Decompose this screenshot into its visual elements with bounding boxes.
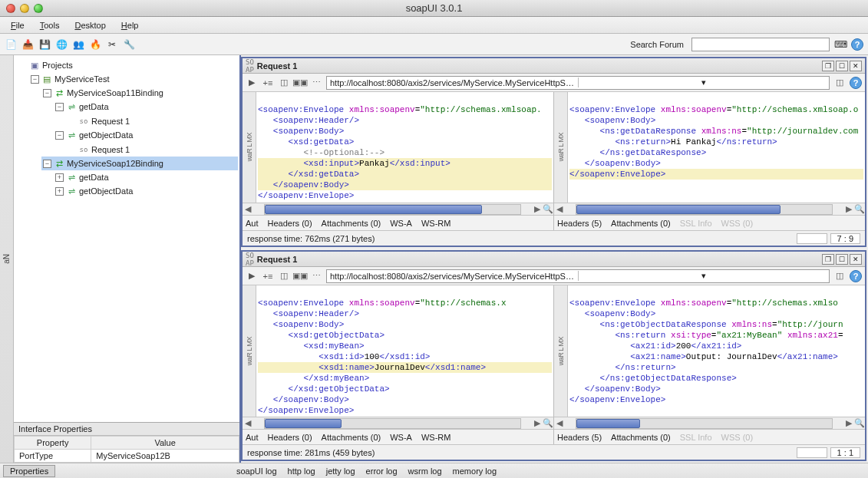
new-project-icon[interactable]: 📄 <box>5 38 17 51</box>
response-rail[interactable]: waR L MX <box>554 285 568 417</box>
zoom-icon[interactable]: 🔍 <box>854 204 865 214</box>
status-box <box>797 233 827 244</box>
menu-help[interactable]: Help <box>115 19 145 31</box>
help-icon[interactable]: ? <box>850 270 862 282</box>
tab-aut[interactable]: Aut <box>246 219 259 228</box>
restore-window-icon[interactable]: ❐ <box>822 254 834 265</box>
help-icon[interactable]: ? <box>850 77 862 89</box>
proxy-icon[interactable]: 🔧 <box>123 38 135 51</box>
expander-icon[interactable]: + <box>55 173 64 182</box>
tree-binding-1[interactable]: MyServiceSoap11Binding <box>67 86 163 100</box>
hscrollbar[interactable]: ◀▶🔍 <box>243 417 553 429</box>
endpoint-selector[interactable]: http://localhost:8080/axis2/services/MyS… <box>326 76 830 90</box>
tab-wsrm[interactable]: WS-RM <box>421 219 451 228</box>
tab-headers[interactable]: Headers (0) <box>268 433 312 442</box>
toggle-layout-icon[interactable]: ◫ <box>833 270 846 282</box>
hscrollbar[interactable]: ◀▶🔍 <box>243 203 553 215</box>
clone-request-icon[interactable]: ▣▣ <box>294 77 306 89</box>
search-options-icon[interactable]: ⌨ <box>834 38 847 51</box>
expander-icon[interactable]: + <box>55 187 64 196</box>
expander-icon[interactable]: − <box>43 89 51 97</box>
project-tree[interactable]: Projects −MyServiceTest −MyServiceSoap11… <box>15 58 238 198</box>
log-tab-http[interactable]: http log <box>288 466 315 476</box>
tab-headers[interactable]: Headers (5) <box>557 433 602 442</box>
support-icon[interactable]: 👥 <box>72 38 84 51</box>
clone-request-icon[interactable]: ▣▣ <box>294 270 306 282</box>
run-request-icon[interactable]: ▶ <box>246 77 258 89</box>
request-rail[interactable]: waR L MX <box>243 285 256 417</box>
tab-wsa[interactable]: WS-A <box>390 219 412 228</box>
log-tab-memory[interactable]: memory log <box>453 466 497 476</box>
options-icon[interactable]: ⋯ <box>310 270 322 282</box>
tab-wsa[interactable]: WS-A <box>390 433 412 442</box>
close-window-icon[interactable]: ✕ <box>850 61 862 71</box>
request-xml-editor[interactable]: <soapenv:Envelope xmlns:soapenv="http://… <box>256 92 553 203</box>
zoom-icon[interactable]: 🔍 <box>543 204 553 214</box>
search-forum-input[interactable] <box>691 38 830 51</box>
log-tab-jetty[interactable]: jetty log <box>326 466 355 476</box>
options-icon[interactable]: ⋯ <box>310 77 322 89</box>
request-xml-editor[interactable]: <soapenv:Envelope xmlns:soapenv="http://… <box>256 285 553 417</box>
menu-file[interactable]: File <box>5 19 31 31</box>
chevron-down-icon[interactable]: ▾ <box>578 77 830 87</box>
tree-binding-2[interactable]: MyServiceSoap12Binding <box>67 157 163 170</box>
toggle-layout-icon[interactable]: ◫ <box>833 77 846 89</box>
log-tab-error[interactable]: error log <box>366 466 398 476</box>
navigator-rail[interactable]: aN <box>0 55 14 463</box>
expander-icon[interactable]: − <box>55 103 64 111</box>
tree-op[interactable]: getData <box>79 170 109 184</box>
hscrollbar[interactable]: ◀▶🔍 <box>554 203 865 215</box>
loadui-icon[interactable]: 🔥 <box>89 38 101 51</box>
prop-header-property: Property <box>15 437 91 450</box>
tree-project[interactable]: MyServiceTest <box>54 72 110 86</box>
zoom-icon[interactable]: 🔍 <box>854 418 865 428</box>
tree-op[interactable]: getData <box>79 100 109 114</box>
request-rail[interactable]: waR L MX <box>243 92 256 203</box>
tree-request[interactable]: Request 1 <box>91 143 130 157</box>
operation-icon <box>66 128 77 142</box>
close-window-icon[interactable]: ✕ <box>850 254 862 265</box>
expander-icon[interactable]: − <box>31 75 39 84</box>
add-to-mock-icon[interactable]: ◫ <box>278 270 290 282</box>
response-xml-viewer[interactable]: <soapenv:Envelope xmlns:soapenv="http://… <box>568 285 865 417</box>
expander-icon[interactable]: − <box>43 160 51 168</box>
log-tab-soapui[interactable]: soapUI log <box>236 466 277 476</box>
import-icon[interactable]: 📥 <box>21 38 34 51</box>
tab-attachments[interactable]: Attachments (0) <box>611 219 671 228</box>
response-rail[interactable]: waR L MX <box>554 92 568 203</box>
tab-wsrm[interactable]: WS-RM <box>421 433 451 442</box>
maximize-window-icon[interactable]: ☐ <box>836 254 848 265</box>
menu-tools[interactable]: Tools <box>34 19 66 31</box>
response-xml-viewer[interactable]: <soapenv:Envelope xmlns:soapenv="http://… <box>568 92 865 203</box>
tree-op[interactable]: getObjectData <box>79 128 133 142</box>
properties-tab[interactable]: Properties <box>3 465 55 477</box>
expander-icon[interactable]: − <box>55 131 64 140</box>
tab-attachments[interactable]: Attachments (0) <box>611 433 671 442</box>
tree-request[interactable]: Request 1 <box>91 114 130 128</box>
run-request-icon[interactable]: ▶ <box>246 270 258 282</box>
tab-attachments[interactable]: Attachments (0) <box>322 433 381 442</box>
tab-aut[interactable]: Aut <box>246 433 259 442</box>
preferences-icon[interactable]: ✂ <box>106 38 118 51</box>
tab-attachments[interactable]: Attachments (0) <box>322 219 381 228</box>
cursor-position: 1 : 1 <box>830 447 860 458</box>
add-to-testcase-icon[interactable]: +≡ <box>262 77 274 89</box>
chevron-down-icon[interactable]: ▾ <box>578 271 830 281</box>
tree-root[interactable]: Projects <box>42 58 73 72</box>
add-to-mock-icon[interactable]: ◫ <box>278 77 290 89</box>
log-tab-wsrm[interactable]: wsrm log <box>408 466 442 476</box>
add-to-testcase-icon[interactable]: +≡ <box>262 270 274 282</box>
tab-headers[interactable]: Headers (0) <box>268 219 312 228</box>
restore-window-icon[interactable]: ❐ <box>822 61 834 71</box>
tab-headers[interactable]: Headers (5) <box>557 219 602 228</box>
save-all-icon[interactable]: 💾 <box>38 38 51 51</box>
menu-desktop[interactable]: Desktop <box>68 19 111 31</box>
operation-icon <box>66 100 77 114</box>
endpoint-selector[interactable]: http://localhost:8080/axis2/services/MyS… <box>326 269 830 283</box>
hscrollbar[interactable]: ◀▶🔍 <box>554 417 865 429</box>
tree-op[interactable]: getObjectData <box>79 184 133 198</box>
maximize-window-icon[interactable]: ☐ <box>836 61 848 71</box>
help-icon[interactable]: ? <box>851 38 863 51</box>
forum-icon[interactable]: 🌐 <box>55 38 68 51</box>
zoom-icon[interactable]: 🔍 <box>543 418 553 428</box>
